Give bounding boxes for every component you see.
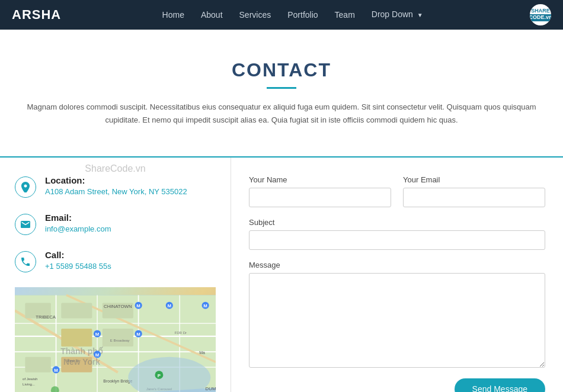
email-label: Email: <box>45 213 111 223</box>
svg-text:FDR Dr: FDR Dr <box>174 330 187 335</box>
svg-text:TRIBECA: TRIBECA <box>36 314 56 320</box>
contact-section: CONTACT Magnam dolores commodi suscipit.… <box>0 30 563 144</box>
location-label: Location: <box>45 175 187 185</box>
svg-text:M: M <box>136 332 140 337</box>
watermark: ShareCode.vn <box>85 163 145 174</box>
contact-info-panel: ShareCode.vn Location: A108 Adam Street,… <box>0 158 231 392</box>
svg-text:CHINATOWN: CHINATOWN <box>104 304 132 309</box>
nav-team[interactable]: Team <box>327 0 363 30</box>
email-form-label: Your Email <box>403 175 545 184</box>
subject-input[interactable] <box>249 230 545 250</box>
call-label: Call: <box>45 250 111 260</box>
message-label: Message <box>249 261 545 269</box>
nav-about[interactable]: About <box>193 0 231 30</box>
name-label: Your Name <box>249 175 391 184</box>
call-info: Call: +1 5589 55488 55s <box>15 250 216 272</box>
svg-text:E Broadway: E Broadway <box>110 338 130 342</box>
svg-rect-15 <box>61 329 92 346</box>
svg-rect-17 <box>25 357 50 372</box>
svg-text:M: M <box>95 352 100 358</box>
send-message-button[interactable]: Send Message <box>455 378 545 392</box>
location-info: Location: A108 Adam Street, New York, NY… <box>15 175 216 198</box>
name-field-group: Your Name <box>249 175 391 207</box>
phone-icon <box>15 251 36 272</box>
subject-label: Subject <box>249 218 545 227</box>
dropdown-arrow-icon: ▼ <box>417 12 423 18</box>
contact-body: ShareCode.vn Location: A108 Adam Street,… <box>0 156 563 392</box>
nav-menu: Home About Services Portfolio Team Drop … <box>154 0 431 30</box>
logo-code-text: CODE.vn <box>530 14 551 21</box>
nav-services[interactable]: Services <box>231 0 280 30</box>
svg-text:Ma: Ma <box>199 351 205 355</box>
form-name-email-row: Your Name Your Email <box>249 175 545 207</box>
brand-logo: ARSHA <box>12 7 61 23</box>
email-field-group: Your Email <box>403 175 545 207</box>
location-icon <box>15 176 36 198</box>
svg-text:M: M <box>54 368 58 373</box>
email-icon <box>15 214 36 235</box>
svg-text:M: M <box>95 332 100 337</box>
location-value: A108 Adam Street, New York, NY 535022 <box>45 187 187 196</box>
svg-text:P: P <box>158 373 161 378</box>
email-value: info@example.com <box>45 224 111 233</box>
navbar: ARSHA Home About Services Portfolio Team… <box>0 0 563 30</box>
svg-text:of Jewish: of Jewish <box>23 377 37 381</box>
message-textarea[interactable] <box>249 273 545 368</box>
call-value: +1 5589 55488 55s <box>45 262 111 271</box>
nav-home[interactable]: Home <box>154 0 193 30</box>
svg-text:M: M <box>136 303 140 309</box>
email-info: Email: info@example.com <box>15 213 216 235</box>
contact-divider <box>267 87 296 89</box>
contact-form-panel: Your Name Your Email Subject Message Sen… <box>231 158 563 392</box>
map-container: TRIBECA CHINATOWN E Broadway West St Thà… <box>15 287 216 392</box>
contact-description: Magnam dolores commodi suscipit. Necessi… <box>15 101 548 127</box>
subject-field-group: Subject <box>249 218 545 250</box>
nav-portfolio[interactable]: Portfolio <box>279 0 326 30</box>
nav-dropdown[interactable]: Drop Down ▼ <box>363 0 431 30</box>
svg-text:M: M <box>203 303 207 309</box>
logo-share-text: SHARE <box>530 8 551 14</box>
contact-title: CONTACT <box>12 59 551 81</box>
site-logo: SHARE CODE.vn <box>524 4 551 25</box>
logo-badge: SHARE CODE.vn <box>530 4 551 25</box>
svg-rect-13 <box>61 303 92 319</box>
svg-text:M: M <box>168 303 172 309</box>
svg-text:New York: New York <box>63 357 100 367</box>
name-input[interactable] <box>249 188 391 207</box>
svg-text:Brooklyn Bridge: Brooklyn Bridge <box>103 379 132 384</box>
svg-text:Living...: Living... <box>23 382 35 386</box>
svg-text:DUM: DUM <box>206 386 216 391</box>
message-field-group: Message <box>249 261 545 368</box>
email-input[interactable] <box>403 188 545 207</box>
